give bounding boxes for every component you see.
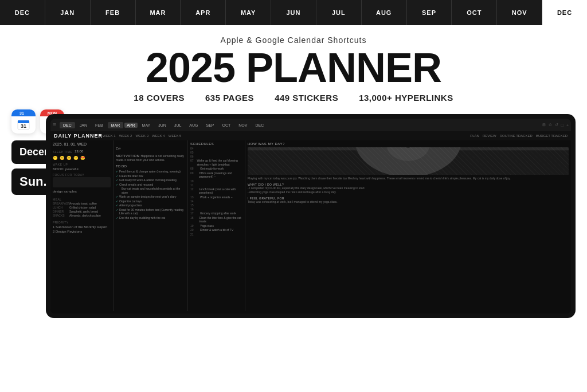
sleep-label: SLEEP TIME xyxy=(53,150,72,154)
google-calendar-icon: 31 31 xyxy=(11,109,36,134)
breakfast-label: BREAKFAST xyxy=(53,202,68,205)
week3-tab[interactable]: WEEK 3 xyxy=(135,134,148,138)
t-tab-jan[interactable]: JAN xyxy=(76,122,91,128)
nav-feb[interactable]: FEB xyxy=(91,0,136,25)
nav-dec-prev[interactable]: DEC xyxy=(0,0,45,25)
snacks-val: Almonds, dark chocolate xyxy=(69,214,101,217)
nav-jan[interactable]: JAN xyxy=(45,0,91,25)
t-tab-jun[interactable]: JUN xyxy=(155,122,170,128)
todo-item: ✓Read for 30 minutes before bed (Current… xyxy=(116,208,185,215)
t-tab-aug[interactable]: AUG xyxy=(186,122,201,128)
nav-jun[interactable]: JUN xyxy=(271,0,316,25)
lunch-val: Grilled chicken salad xyxy=(69,206,96,209)
todo-item: ✓Clean the litter box xyxy=(116,174,185,178)
daily-photo xyxy=(248,147,569,175)
sleep-time: 23:00 xyxy=(75,150,83,153)
routine-tracker-tab[interactable]: ROUTINE TRACKER xyxy=(500,134,533,138)
sched-row: 16 xyxy=(190,207,242,211)
nav-oct[interactable]: OCT xyxy=(452,0,497,25)
nav-sep[interactable]: SEP xyxy=(407,0,452,25)
nav-mar[interactable]: MAR xyxy=(136,0,181,25)
sched-row: 06 xyxy=(190,155,242,158)
sched-row: 04 xyxy=(190,147,242,150)
gcal-body: 31 xyxy=(11,116,36,134)
grateful-text: Today was exhausting at work, but I mana… xyxy=(248,200,569,204)
snacks-row: SNACKS Almonds, dark chocolate xyxy=(53,214,111,217)
nav-nov[interactable]: NOV xyxy=(497,0,542,25)
sched-row: 10 xyxy=(190,179,242,183)
t-tab-feb[interactable]: FEB xyxy=(92,122,107,128)
week1-tab[interactable]: WEEK 1 xyxy=(103,134,116,138)
priority-1: 1 Submission of the Monthly Report xyxy=(53,225,111,229)
tablet-inner: ☰ DEC JAN FEB MAR APR MAY JUN JUL AUG SE… xyxy=(50,119,571,313)
photo-overlay xyxy=(248,147,569,175)
t-tab-oct[interactable]: OCT xyxy=(219,122,234,128)
week2-tab[interactable]: WEEK 2 xyxy=(119,134,132,138)
budget-tracker-tab[interactable]: BUDGET TRACKER xyxy=(536,134,568,138)
nav-jul[interactable]: JUL xyxy=(316,0,362,25)
t-col-right: HOW WAS MY DAY? xyxy=(245,140,571,311)
tablet-body: DAILY PLANNER WEEK 1 WEEK 2 WEEK 3 WEEK … xyxy=(50,131,571,313)
d-plus-label: D+ xyxy=(116,142,185,152)
t-tab-nov[interactable]: NOV xyxy=(235,122,251,128)
t-tab-apr[interactable]: APR xyxy=(124,123,137,128)
sched-header: SCHEDULES xyxy=(190,142,242,146)
sched-row: 05 xyxy=(190,151,242,154)
sched-row: 09Office work (meetings and paperwork) ~ xyxy=(190,171,242,179)
dinner-row: DINNER Spaghetti, garlic bread xyxy=(53,210,111,213)
breakfast-row: BREAKFAST Avocado toast, coffee xyxy=(53,202,111,205)
main-area: 31 31 MON 17 xyxy=(0,109,587,318)
mood-icons: 😶 😊 😊 😌 😍 xyxy=(53,156,111,160)
todo-item: ✓Feed the cat & change water (morning, e… xyxy=(116,170,185,174)
design-samples: design samples xyxy=(53,189,111,194)
t-tab-mar[interactable]: MAR xyxy=(108,122,124,128)
svg-text:31: 31 xyxy=(19,111,24,115)
t-tab-dec[interactable]: DEC xyxy=(60,122,75,128)
review-tab[interactable]: REVIEW xyxy=(483,134,496,138)
top-nav: DEC JAN FEB MAR APR MAY JUN JUL AUG SEP … xyxy=(0,0,587,25)
breakfast-val: Avocado toast, coffee xyxy=(69,202,97,205)
todo-item: ✓Work on sample designs for next year's … xyxy=(116,195,185,199)
svg-text:31: 31 xyxy=(21,123,26,129)
sched-row: 19Yoga class xyxy=(190,224,242,228)
week4-tab[interactable]: WEEK 4 xyxy=(152,134,165,138)
t-tab-sep[interactable]: SEP xyxy=(203,122,218,128)
todo-item: ✓End the day by cuddling with the cat xyxy=(116,216,185,220)
stat-hyperlinks: 13,000+ HYPERLINKS xyxy=(359,93,453,103)
sched-row: 12Lunch break (visit a cafe with coworke… xyxy=(190,187,242,195)
focus-image xyxy=(53,177,111,187)
snacks-label: SNACKS xyxy=(53,214,68,217)
wake-label: WAKE UP xyxy=(53,163,111,166)
t-tab-may[interactable]: MAY xyxy=(139,122,154,128)
todo-label: TO DO xyxy=(116,164,185,168)
sched-row: 20Dinner & watch a bit of TV xyxy=(190,228,242,232)
did-well-text2: - Attending yoga class helped me relax a… xyxy=(248,190,569,194)
nav-may[interactable]: MAY xyxy=(226,0,271,25)
t-col-left: 2025. 01. 01. WED SLEEP TIME 23:00 😶 😊 😊 xyxy=(50,140,114,311)
lunch-label: LUNCH xyxy=(53,206,68,209)
wake-mood: MOOD: peaceful. xyxy=(53,167,111,171)
t-date: 2025. 01. 01. WED xyxy=(53,142,111,146)
t-planner: DAILY PLANNER WEEK 1 WEEK 2 WEEK 3 WEEK … xyxy=(50,131,571,313)
todo-item: ✓Organize cat toys xyxy=(116,199,185,203)
tablet-mockup: ☰ DEC JAN FEB MAR APR MAY JUN JUL AUG SE… xyxy=(46,114,576,318)
dinner-label: DINNER xyxy=(53,210,68,213)
stat-pages: 635 PAGES xyxy=(205,93,254,103)
t-tab-jul[interactable]: JUL xyxy=(171,122,185,128)
plan-tab[interactable]: PLAN xyxy=(470,134,479,138)
sched-row: 21 xyxy=(190,233,242,236)
t-planner-title: DAILY PLANNER xyxy=(54,133,103,139)
week5-tab[interactable]: WEEK 5 xyxy=(169,134,182,138)
dinner-val: Spaghetti, garlic bread xyxy=(69,210,98,213)
todo-item: ✓Attend yoga class xyxy=(116,203,185,207)
nav-dec-curr[interactable]: DEC xyxy=(542,0,587,25)
nav-aug[interactable]: AUG xyxy=(362,0,407,25)
schedule-list: 04 05 06 07Wake up & feed the cat Mornin… xyxy=(190,147,242,236)
hero-subtitle: Apple & Google Calendar Shortcuts xyxy=(11,36,576,45)
nav-apr[interactable]: APR xyxy=(181,0,226,25)
priority-2: 2 Design Revisions xyxy=(53,229,111,234)
sched-row: 07Wake up & feed the cat Morning stretch… xyxy=(190,159,242,166)
t-tab-dec2[interactable]: DEC xyxy=(252,122,267,128)
t-col-mid: D+ MOTIVATION Happiness is not something… xyxy=(114,140,188,311)
t-week-tabs: WEEK 1 WEEK 2 WEEK 3 WEEK 4 WEEK 5 xyxy=(103,134,181,138)
